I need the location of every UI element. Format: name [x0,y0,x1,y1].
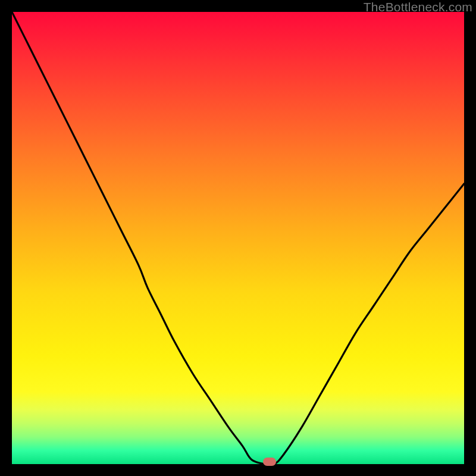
bottleneck-curve [12,12,464,464]
optimal-point-marker [263,458,276,466]
curve-svg [12,12,464,464]
chart-frame: TheBottleneck.com [0,0,476,476]
plot-area [12,12,464,464]
